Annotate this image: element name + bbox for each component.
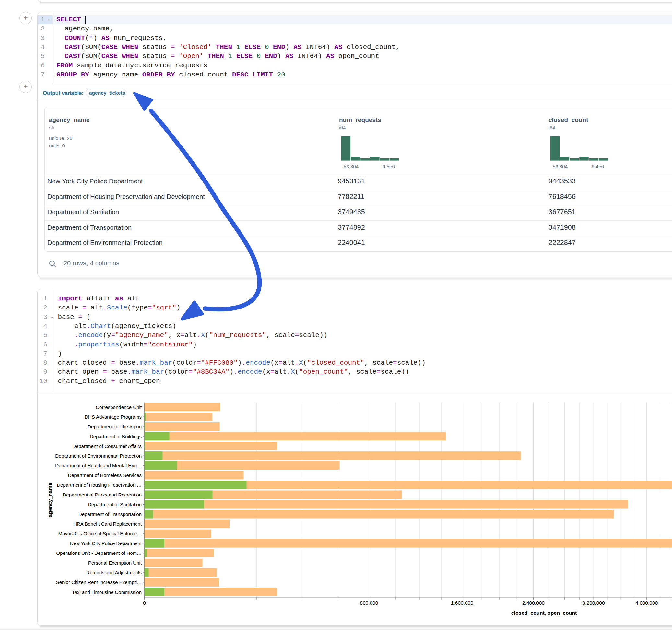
svg-text:Department of Transportation: Department of Transportation — [78, 511, 142, 517]
svg-text:Mayorâ€ s Office of Special En: Mayorâ€ s Office of Special Enforce… — [58, 531, 142, 536]
svg-text:Personal Exemption Unit: Personal Exemption Unit — [88, 560, 142, 565]
svg-text:closed_count, open_count: closed_count, open_count — [511, 610, 577, 616]
svg-text:800,000: 800,000 — [360, 600, 378, 606]
svg-text:HRA Benefit Card Replacement: HRA Benefit Card Replacement — [73, 521, 142, 527]
svg-text:Department of Environmental Pr: Department of Environmental Protection — [55, 453, 142, 459]
svg-text:0: 0 — [143, 600, 146, 606]
svg-text:Department of Consumer Affairs: Department of Consumer Affairs — [72, 443, 142, 449]
svg-text:Operations Unit - Department o: Operations Unit - Department of Hom… — [56, 550, 142, 556]
svg-text:Senior Citizen Rent Increase E: Senior Citizen Rent Increase Exempti… — [56, 579, 142, 585]
svg-text:DHS Advantage Programs: DHS Advantage Programs — [85, 414, 142, 420]
svg-text:Department of Parks and Recrea: Department of Parks and Recreation — [63, 492, 142, 498]
svg-text:Correspondence Unit: Correspondence Unit — [96, 405, 142, 410]
svg-text:3,200,000: 3,200,000 — [582, 600, 605, 606]
svg-text:agency_name: agency_name — [47, 483, 53, 517]
svg-text:Department of Buildings: Department of Buildings — [90, 434, 142, 439]
svg-text:2,400,000: 2,400,000 — [522, 600, 545, 606]
svg-text:Department of Health and Menta: Department of Health and Mental Hyg… — [55, 463, 142, 468]
svg-text:Taxi and Limousine Commission: Taxi and Limousine Commission — [72, 589, 142, 595]
svg-text:Department of Housing Preserva: Department of Housing Preservation … — [57, 482, 142, 488]
svg-text:1,600,000: 1,600,000 — [451, 600, 473, 606]
svg-text:Refunds and Adjustments: Refunds and Adjustments — [86, 570, 142, 575]
svg-text:4,000,000: 4,000,000 — [635, 600, 658, 606]
svg-text:Department of Sanitation: Department of Sanitation — [88, 502, 142, 507]
svg-text:Department of Homeless Service: Department of Homeless Services — [68, 472, 142, 478]
svg-text:Department for the Aging: Department for the Aging — [88, 424, 142, 429]
svg-text:New York City Police Departmen: New York City Police Department — [70, 540, 142, 546]
